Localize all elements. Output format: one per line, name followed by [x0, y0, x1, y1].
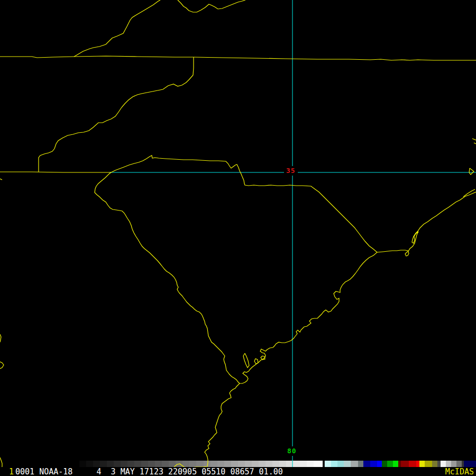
map-line-va-nc-border	[0, 56, 476, 60]
map-line-tn-nc-border	[39, 57, 194, 172]
map-line-charleston-creek-1	[243, 353, 249, 368]
satellite-image-display: 35 80 1 0001 NOAA-18 4 3 MAY 17123 22090…	[0, 0, 476, 476]
longitude-label-80: 80	[285, 446, 299, 456]
status-info-text: 0001 NOAA-18 4 3 MAY 17123 220905 05510 …	[15, 468, 283, 476]
status-bar: 1 0001 NOAA-18 4 3 MAY 17123 220905 0551…	[0, 467, 476, 476]
map-line-charleston-creek-3	[261, 356, 265, 360]
frame-number: 1	[9, 468, 14, 476]
map-svg	[0, 0, 476, 476]
mcidas-brand: McIDAS	[445, 468, 474, 476]
map-line-nc-sc-border	[111, 155, 377, 252]
map-line-top-border-wiggle	[178, 0, 245, 12]
map-line-outer-banks-mark-2	[474, 143, 476, 144]
map-line-cape-fear-spur	[463, 189, 475, 197]
map-line-ga-sc-savannah-river	[95, 172, 240, 383]
latitude-label-35: 35	[284, 166, 298, 176]
map-line-cape-lookout-mark	[469, 168, 474, 175]
map-line-outer-banks-mark-1	[472, 139, 476, 140]
map-line-ga-nc-35-border	[0, 172, 111, 172]
map-line-ga-inland-mark	[0, 179, 2, 180]
map-line-atlantic-coastline	[205, 192, 476, 476]
map-line-left-edge-lake	[0, 362, 4, 369]
map-line-left-edge-river-mark	[0, 334, 1, 342]
map-line-charleston-creek-2	[254, 359, 258, 364]
map-line-ky-va-border	[74, 0, 160, 57]
